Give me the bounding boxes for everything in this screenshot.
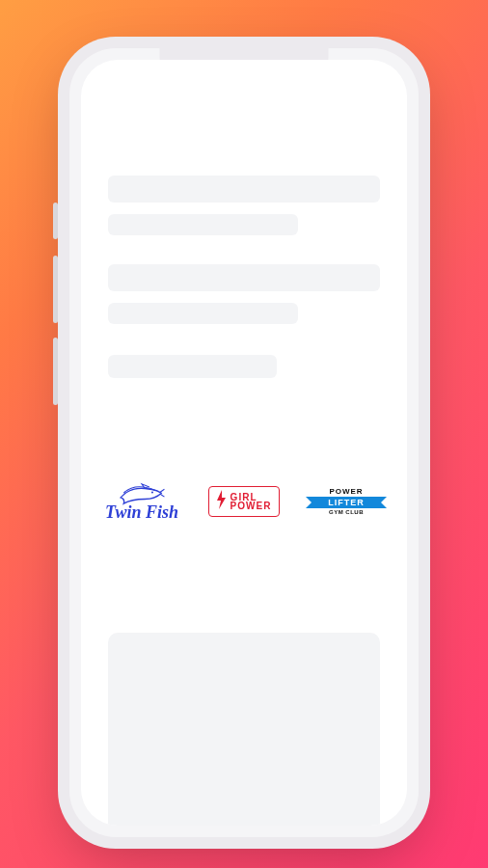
skeleton-block bbox=[108, 264, 380, 324]
logo-text: GYM CLUB bbox=[309, 509, 384, 515]
skeleton-line bbox=[108, 355, 277, 378]
device-volume-down bbox=[53, 338, 58, 405]
device-side-button bbox=[53, 203, 58, 239]
phone-mockup: Twin Fish GIRL POWER bbox=[69, 48, 419, 837]
lightning-icon bbox=[215, 490, 227, 513]
skeleton-block bbox=[108, 176, 380, 235]
logo-twinfish: Twin Fish bbox=[91, 477, 193, 526]
skeleton-line bbox=[108, 303, 298, 324]
logo-text: LIFTER bbox=[328, 499, 365, 507]
ribbon-icon: LIFTER bbox=[315, 497, 377, 508]
logo-text: POWER bbox=[309, 488, 384, 496]
skeleton-line bbox=[108, 264, 380, 291]
logo-girlpower: GIRL POWER bbox=[193, 477, 295, 526]
logo-text: Twin Fish bbox=[103, 503, 180, 521]
screen: Twin Fish GIRL POWER bbox=[81, 60, 407, 826]
partner-logos-row: Twin Fish GIRL POWER bbox=[81, 476, 407, 527]
svg-point-0 bbox=[151, 491, 153, 493]
skeleton-card bbox=[108, 633, 380, 826]
skeleton-line bbox=[108, 176, 380, 203]
logo-powerlifter: POWER LIFTER GYM CLUB bbox=[295, 477, 397, 526]
skeleton-line bbox=[108, 214, 298, 235]
skeleton-block bbox=[108, 355, 380, 378]
logo-text: POWER bbox=[230, 502, 272, 510]
device-volume-up bbox=[53, 256, 58, 323]
